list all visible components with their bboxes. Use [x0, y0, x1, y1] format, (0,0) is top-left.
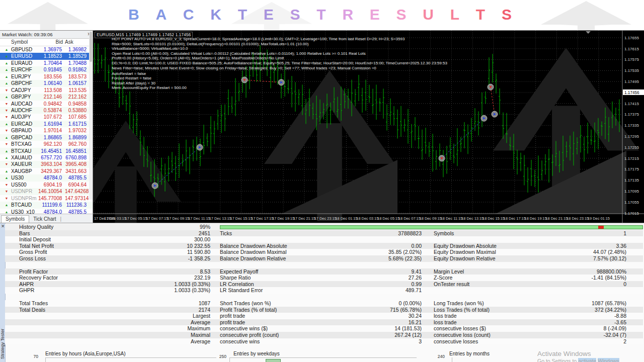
time-tick-label: 19 Dec 01:15: [588, 216, 610, 221]
time-tick-label: 17 Dec 23:15: [314, 216, 337, 221]
market-watch-row[interactable]: ▲EURJPY183.556183.573: [0, 73, 93, 80]
column-header-icon: [2, 39, 11, 46]
market-watch-scrollbar[interactable]: [89, 31, 93, 200]
stat-label: consecutive wins ($): [220, 325, 326, 332]
bid-value: 0.91845: [38, 66, 65, 73]
bid-value: 3963.104: [38, 161, 65, 167]
ask-value: 6904.64: [65, 182, 89, 188]
activate-windows-watermark: Activate Windows: [537, 350, 591, 357]
market-watch-row[interactable]: ▼AUDJPY107.672107.685: [0, 114, 93, 120]
market-watch-row[interactable]: ▼CADJPY113.508113.535: [0, 87, 93, 94]
bid-value: 6904.19: [38, 182, 65, 188]
market-watch-row[interactable]: ▼AUDCAD0.948420.94858: [0, 101, 93, 107]
price-tick-label: 1.17655: [624, 36, 639, 40]
table-row: Maximalconsecutive profit (count)267.24 …: [5, 332, 643, 338]
price-up-icon: ▲: [2, 174, 11, 181]
market-watch-row[interactable]: ▲EURUSD1.185231.18529: [0, 53, 93, 59]
stat-value: [326, 236, 422, 243]
stat-label: Short Trades (won %): [220, 300, 326, 307]
market-watch-row[interactable]: ▲XAUGBP3429.3673431.663: [0, 168, 93, 174]
market-watch-column-headers: Symbol Bid Ask: [0, 39, 93, 46]
stat-value: -8.88: [534, 313, 626, 319]
symbol-name: GBPJPY: [11, 94, 38, 100]
stat-value: 27.26: [326, 275, 422, 281]
stat-value: 11 590.80: [115, 249, 210, 255]
market-watch-row[interactable]: ▲BTCXAU16.4545116.45851: [0, 148, 93, 154]
stat-value: 44.07 (2.48%): [534, 249, 626, 255]
history-quality-gap: [598, 226, 604, 229]
trade-line-sell: [245, 80, 281, 82]
market-watch-row[interactable]: ▼AUDCHF0.538740.53880: [0, 107, 93, 114]
stat-label: loss trade: [434, 313, 534, 319]
tab-symbols[interactable]: Symbols: [1, 215, 29, 223]
market-watch-row[interactable]: ▲EURCHF0.918450.91862: [0, 66, 93, 73]
market-watch-row[interactable]: ▼US5006904.196904.64: [0, 182, 93, 188]
market-watch-row[interactable]: ▲US3048784.048785.5: [0, 174, 93, 181]
price-down-icon: ▼: [2, 195, 11, 202]
time-tick-label: 18 Dec 01:15: [335, 216, 357, 221]
market-watch-row[interactable]: ▲XAUAUD6757.7206760.898: [0, 154, 93, 161]
weekdays-chart-tick: [229, 357, 230, 362]
stat-label: [19, 338, 115, 345]
banner-letter: C: [183, 6, 194, 23]
bid-value: 0.94842: [38, 101, 65, 107]
market-watch-row[interactable]: ▼USDNPRm145.77008147.97314: [0, 195, 93, 202]
market-watch-row[interactable]: ▲GBPJPY212.146212.162: [0, 94, 93, 100]
time-tick-label: 18 Dec 17:15: [504, 216, 526, 221]
banner-letter: T: [316, 6, 326, 23]
weekdays-chart-axis: [229, 357, 417, 358]
ea-restart-line: Restart After (days) = 30: [112, 81, 187, 85]
price-tick-label: 1.17335: [624, 123, 639, 128]
market-watch-row[interactable]: ▲EURAUD1.704641.70488: [0, 60, 93, 66]
ask-value: 6760.898: [65, 154, 89, 161]
ask-value: 212.162: [65, 94, 89, 100]
market-watch-row[interactable]: ▲EURCAD1.616941.61715: [0, 121, 93, 127]
market-watch-row[interactable]: ▲GBPCHF1.061401.06157: [0, 80, 93, 86]
time-tick-label: 18 Dec 03:15: [356, 216, 378, 221]
bid-value: 113.508: [38, 87, 65, 94]
page-banner: BACKTESTRESULTS: [0, 0, 644, 30]
tab-tick-chart[interactable]: Tick Chart: [29, 216, 60, 223]
table-row: Gross Profit11 590.80Balance Drawdown Ma…: [5, 249, 643, 255]
stat-value: 1087 (65.78%): [534, 300, 626, 307]
stat-value: 2: [534, 338, 626, 345]
stat-value: 0 (0.00%): [326, 300, 422, 307]
stat-value: [534, 287, 626, 294]
stat-label: [19, 313, 115, 319]
market-watch-row[interactable]: ▲GBPUSD1.369751.36982: [0, 46, 93, 53]
stat-value: 715 (65.78%): [326, 307, 422, 313]
ea-info-line: News Filter=false; Minutes Until Next Ev…: [112, 66, 447, 71]
market-watch-row[interactable]: ▼GBPAUD1.970141.97032: [0, 127, 93, 134]
banner-letter: L: [450, 6, 459, 23]
ea-restart-line: Mem: AccountEquity For Restart = 500.00: [112, 85, 187, 90]
symbol-name: XAUEUR: [11, 161, 38, 167]
stat-label: consecutive losses: [434, 338, 534, 345]
bid-value: 6757.720: [38, 154, 65, 161]
stat-label: AHPR: [19, 281, 115, 288]
market-watch-header: Market Watch: 09:39:06 ✕: [0, 31, 93, 39]
stat-label: profit trade: [220, 319, 326, 326]
market-watch-rows: ▲GBPUSD1.369751.36982▲EURUSD1.185231.185…: [0, 46, 93, 215]
price-up-icon: ▲: [2, 168, 11, 174]
scrollbar-thumb[interactable]: [90, 32, 92, 62]
market-watch-row[interactable]: ▲GBPCAD1.868651.86899: [0, 134, 93, 141]
market-watch-row[interactable]: ▲BTCAUD111199.6111236.3: [0, 202, 93, 208]
stat-value: -32.04 (7): [534, 332, 626, 338]
table-row: Averageconsecutive wins3consecutive loss…: [5, 338, 643, 345]
market-watch-row[interactable]: ▼USDNPR146.10054147.64268: [0, 188, 93, 195]
activate-windows-hint: Go to Settings to activate Windows: [537, 358, 619, 362]
table-row: GHPR1.0033 (0.33%)LR Standard Error489.7…: [5, 287, 643, 294]
close-icon[interactable]: ✕: [1, 224, 5, 229]
price-down-icon: ▼: [2, 127, 11, 134]
market-watch-row[interactable]: ▼XAUEUR3963.1043965.408: [0, 161, 93, 167]
symbol-name: XAUGBP: [11, 168, 38, 174]
market-watch-row[interactable]: ▼BTCXAG962.120962.760: [0, 141, 93, 147]
stat-value: 1: [534, 230, 626, 237]
price-chart[interactable]: 1.176551.176151.175751.175351.174951.174…: [93, 30, 644, 223]
weekdays-axis-max: 250: [213, 354, 226, 359]
banner-letter: T: [238, 6, 247, 23]
time-tick-label: 17 Dec 17:15: [251, 216, 273, 221]
symbol-name: BTCXAG: [11, 141, 38, 147]
bid-value: 111199.6: [38, 202, 65, 208]
stat-value: 8 (-24.09): [534, 325, 626, 332]
